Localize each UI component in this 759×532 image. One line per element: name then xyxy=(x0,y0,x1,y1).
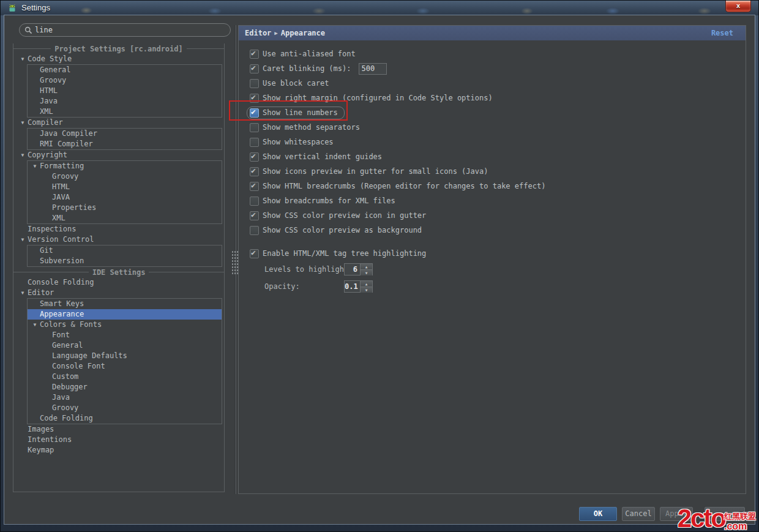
tree-item-xml[interactable]: XML xyxy=(28,107,222,117)
use-block-caret-checkbox[interactable] xyxy=(250,79,259,88)
tree-item-html[interactable]: HTML xyxy=(28,86,222,96)
ok-button[interactable]: OK xyxy=(579,507,617,521)
tree-item-editor[interactable]: ▼Editor xyxy=(13,288,224,298)
expanded-arrow-icon[interactable]: ▼ xyxy=(18,150,28,160)
option-row: Show CSS color preview as background xyxy=(239,223,746,238)
tree-item-colors-fonts[interactable]: ▼Colors & Fonts xyxy=(28,320,222,330)
tree-item-xml[interactable]: XML xyxy=(28,213,222,223)
tree-item-console-folding[interactable]: Console Folding xyxy=(13,277,224,288)
checkbox-label[interactable]: Show CSS color preview icon in gutter xyxy=(263,211,426,220)
tree-item-label: Version Control xyxy=(28,234,94,245)
levels-label: Levels to highlight: xyxy=(264,265,344,274)
checkbox-label[interactable]: Show CSS color preview as background xyxy=(263,226,422,234)
show-whitespaces-checkbox[interactable] xyxy=(250,138,259,147)
tree-item-label: Editor xyxy=(28,288,54,298)
tree-item-properties[interactable]: Properties xyxy=(28,203,222,213)
tree-item-general[interactable]: General xyxy=(28,65,222,75)
checkbox-label[interactable]: Caret blinking (ms): xyxy=(263,64,351,73)
tree-item-java[interactable]: Java xyxy=(28,96,222,107)
tree-item-images[interactable]: Images xyxy=(13,424,224,435)
tree-item-console-font[interactable]: Console Font xyxy=(28,361,222,372)
tree-item-label: Smart Keys xyxy=(40,299,84,309)
appearance-panel: Editor ▶ Appearance Reset Use anti-alias… xyxy=(238,25,746,494)
tree-item-version-control[interactable]: ▼Version Control xyxy=(13,234,224,245)
expanded-arrow-icon[interactable]: ▼ xyxy=(18,234,28,245)
tree-item-java[interactable]: Java xyxy=(28,392,222,403)
tree-item-groovy[interactable]: Groovy xyxy=(28,403,222,413)
tree-item-html[interactable]: HTML xyxy=(28,182,222,192)
tree-item-smart-keys[interactable]: Smart Keys xyxy=(28,299,222,309)
show-vertical-indent-guides-checkbox[interactable] xyxy=(250,152,259,162)
tree-item-language-defaults[interactable]: Language Defaults xyxy=(28,351,222,361)
spinner-up-icon[interactable]: ▲ xyxy=(361,264,372,269)
expanded-arrow-icon[interactable]: ▼ xyxy=(30,161,40,171)
checkbox-label[interactable]: Use block caret xyxy=(263,79,329,88)
show-css-color-preview-icon-in-gutter-checkbox[interactable] xyxy=(250,211,259,220)
tree-item-groovy[interactable]: Groovy xyxy=(28,171,222,182)
tree-item-keymap[interactable]: Keymap xyxy=(13,445,224,455)
tree-section-header: Project Settings [rc.android] xyxy=(13,43,224,54)
show-breadcrumbs-for-xml-files-checkbox[interactable] xyxy=(250,197,259,206)
checkbox-label[interactable]: Show HTML breadcrumbs (Reopen editor for… xyxy=(263,182,545,190)
cancel-button[interactable]: Cancel xyxy=(622,507,655,521)
expanded-arrow-icon[interactable]: ▼ xyxy=(18,288,28,298)
checkbox-label[interactable]: Use anti-aliased font xyxy=(263,50,356,58)
tree-item-copyright[interactable]: ▼Copyright xyxy=(13,150,224,160)
expanded-arrow-icon[interactable]: ▼ xyxy=(30,320,40,330)
tree-section-label: IDE Settings xyxy=(92,268,146,277)
tree-item-code-style[interactable]: ▼Code Style xyxy=(13,54,224,64)
enable-tag-tree-checkbox[interactable] xyxy=(250,249,259,258)
spinner-down-icon[interactable]: ▼ xyxy=(361,269,372,275)
checkbox-label[interactable]: Show breadcrumbs for XML files xyxy=(263,197,395,205)
tree-item-formatting[interactable]: ▼Formatting xyxy=(28,161,222,171)
tree-item-intentions[interactable]: Intentions xyxy=(13,435,224,445)
tree-item-label: Git xyxy=(40,245,53,256)
tree-item-font[interactable]: Font xyxy=(28,330,222,340)
tree-item-inspections[interactable]: Inspections xyxy=(13,224,224,234)
tree-item-label: Code Folding xyxy=(40,413,93,424)
tree-item-git[interactable]: Git xyxy=(28,245,222,256)
show-method-separators-checkbox[interactable] xyxy=(250,123,259,132)
tree-item-label: XML xyxy=(40,107,53,117)
tree-item-appearance[interactable]: Appearance xyxy=(28,309,222,320)
tree-item-label: Groovy xyxy=(40,75,66,86)
tree-item-rmi-compiler[interactable]: RMI Compiler xyxy=(28,139,222,149)
use-anti-aliased-font-checkbox[interactable] xyxy=(250,50,259,59)
expanded-arrow-icon[interactable]: ▼ xyxy=(18,118,28,128)
option-row: Use block caret xyxy=(239,76,746,91)
tree-item-subversion[interactable]: Subversion xyxy=(28,256,222,266)
apply-button[interactable]: Apply xyxy=(660,507,693,521)
tree-item-code-folding[interactable]: Code Folding xyxy=(28,413,222,424)
checkbox-label[interactable]: Show method separators xyxy=(263,123,360,132)
spinner-down-icon[interactable]: ▼ xyxy=(361,287,372,293)
tree-item-label: Groovy xyxy=(52,171,78,182)
tree-item-groovy[interactable]: Groovy xyxy=(28,75,222,86)
search-input[interactable] xyxy=(35,26,225,34)
show-css-color-preview-as-background-checkbox[interactable] xyxy=(250,226,259,235)
caret-blinking-ms--checkbox[interactable] xyxy=(250,64,259,73)
tree-item-custom[interactable]: Custom xyxy=(28,372,222,382)
show-icons-preview-in-gutter-for-small-icons-java--checkbox[interactable] xyxy=(250,167,259,176)
tree-item-label: Java xyxy=(52,392,70,403)
settings-search-box[interactable] xyxy=(19,23,231,37)
help-button[interactable] xyxy=(705,507,745,521)
tree-item-general[interactable]: General xyxy=(28,340,222,351)
tree-item-java[interactable]: JAVA xyxy=(28,192,222,203)
checkbox-label[interactable]: Show icons preview in gutter for small i… xyxy=(263,167,488,176)
levels-value[interactable]: 6 xyxy=(344,263,361,275)
option-row: Show breadcrumbs for XML files xyxy=(239,193,746,208)
tree-item-label: General xyxy=(52,340,83,351)
tree-item-java-compiler[interactable]: Java Compiler xyxy=(28,129,222,139)
tree-item-debugger[interactable]: Debugger xyxy=(28,382,222,392)
checkbox-label[interactable]: Show whitespaces xyxy=(263,138,334,146)
tree-item-label: Inspections xyxy=(28,224,76,234)
reset-link[interactable]: Reset xyxy=(711,29,733,37)
spinner-up-icon[interactable]: ▲ xyxy=(361,281,372,287)
tree-item-compiler[interactable]: ▼Compiler xyxy=(13,118,224,128)
close-button[interactable]: x xyxy=(725,1,751,12)
expanded-arrow-icon[interactable]: ▼ xyxy=(18,54,28,64)
caret-blinking-field[interactable] xyxy=(359,63,387,75)
opacity-value[interactable]: 0.1 xyxy=(344,280,361,293)
show-html-breadcrumbs-reopen-editor-for-changes-to-take-effect--checkbox[interactable] xyxy=(250,182,259,191)
checkbox-label[interactable]: Show vertical indent guides xyxy=(263,152,382,161)
